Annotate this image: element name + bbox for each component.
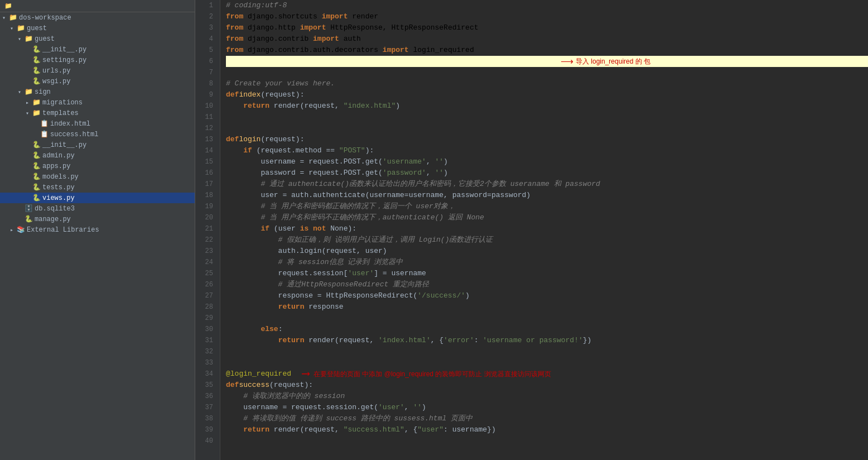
code-line-23: auth.login(request, user) bbox=[226, 246, 868, 257]
tree-item-index-html[interactable]: 📋index.html bbox=[0, 118, 195, 129]
tree-item-label: settings.py bbox=[42, 56, 195, 64]
code-line-27: response = HttpResponseRedirect('/succes… bbox=[226, 290, 868, 301]
tree-item-label: templates bbox=[42, 109, 195, 117]
code-line-20: # 当 用户名和密码不正确的情况下，authenticate() 返回 None bbox=[226, 212, 868, 223]
tree-item-wsgi-py[interactable]: 🐍wsgi.py bbox=[0, 76, 195, 87]
tree-item-init-py[interactable]: 🐍__init__.py bbox=[0, 44, 195, 55]
tree-item-success-html[interactable]: 📋success.html bbox=[0, 129, 195, 140]
tree-item-apps-py[interactable]: 🐍apps.py bbox=[0, 161, 195, 171]
line6-annotation: ⟶导入 login_required 的 包 bbox=[561, 56, 650, 67]
file-icon: 🐍 bbox=[31, 77, 41, 85]
code-line-7 bbox=[226, 67, 868, 78]
code-line-31: return render(request, 'index.html', {'e… bbox=[226, 335, 868, 346]
tree-item-label: models.py bbox=[42, 173, 195, 181]
line-number-22: 22 bbox=[200, 234, 215, 246]
code-line-39: return render(request, "success.html", {… bbox=[226, 424, 868, 435]
file-icon: 🐍 bbox=[31, 151, 41, 160]
code-line-12 bbox=[226, 123, 868, 134]
comment: # 将读取到的值 传递到 success 路径中的 sussess.html 页… bbox=[226, 413, 472, 424]
tree-item-views-py[interactable]: 🐍views.py bbox=[0, 193, 195, 203]
tree-item-label: sign bbox=[35, 88, 195, 96]
tree-item-settings-py[interactable]: 🐍settings.py bbox=[0, 55, 195, 65]
code-line-3: from django.http import HttpResponse, Ht… bbox=[226, 22, 868, 33]
file-icon: 🐍 bbox=[23, 215, 33, 223]
tree-item-sign-init-py[interactable]: 🐍__init__.py bbox=[0, 140, 195, 150]
tree-item-admin-py[interactable]: 🐍admin.py bbox=[0, 150, 195, 161]
line-number-13: 13 bbox=[200, 134, 215, 145]
tree-item-models-py[interactable]: 🐍models.py bbox=[0, 171, 195, 182]
comment: # 当 用户名和密码都正确的情况下，返回一个 user对象， bbox=[226, 201, 455, 212]
tree-item-sign-folder[interactable]: ▾📁sign bbox=[0, 87, 195, 97]
tree-item-manage-py[interactable]: 🐍manage.py bbox=[0, 214, 195, 224]
tree-item-label: __init__.py bbox=[42, 141, 195, 149]
tree-item-label: guest bbox=[27, 25, 195, 32]
line-number-8: 8 bbox=[200, 78, 215, 89]
file-icon: 🐍 bbox=[31, 141, 41, 149]
line-numbers: 1234567891011121314151617181920212223242… bbox=[195, 0, 220, 460]
file-icon: 🐍 bbox=[31, 45, 41, 54]
line-number-1: 1 bbox=[200, 0, 215, 11]
line6-annotation-text: 导入 login_required 的 包 bbox=[576, 56, 650, 67]
comment: # 当 用户名和密码不正确的情况下，authenticate() 返回 None bbox=[226, 212, 484, 223]
file-icon: 🐍 bbox=[31, 162, 41, 170]
tree-item-migrations-folder[interactable]: ▸📁migrations bbox=[0, 97, 195, 108]
tree-item-label: guest bbox=[35, 35, 195, 43]
code-line-30: else: bbox=[226, 324, 868, 335]
tree-item-label: wsgi.py bbox=[42, 78, 195, 85]
tree-item-db-sqlite3[interactable]: 🗄️db.sqlite3 bbox=[0, 203, 195, 214]
code-line-22: # 假如正确，则 说明用户认证通过，调用 Login()函数进行认证 bbox=[226, 234, 868, 246]
line-number-33: 33 bbox=[200, 357, 215, 368]
tree-item-external-libraries[interactable]: ▸📚External Libraries bbox=[0, 224, 195, 235]
folder-icon: 📁 bbox=[8, 13, 18, 22]
tree-item-label: urls.py bbox=[42, 67, 195, 75]
code-line-9: def index(request): bbox=[226, 89, 868, 100]
line-number-32: 32 bbox=[200, 346, 215, 357]
folder-icon: 📚 bbox=[16, 226, 26, 234]
comment: # 将 session信息 记录到 浏览器中 bbox=[226, 257, 403, 268]
line-number-28: 28 bbox=[200, 301, 215, 313]
line-number-31: 31 bbox=[200, 335, 215, 346]
folder-icon: 📁 bbox=[23, 35, 33, 43]
code-line-40 bbox=[226, 435, 868, 447]
code-line-38: # 将读取到的值 传递到 success 路径中的 sussess.html 页… bbox=[226, 413, 868, 424]
tree-item-guest-folder[interactable]: ▾📁guest bbox=[0, 23, 195, 33]
comment: # coding:utf-8 bbox=[226, 0, 287, 11]
line-number-39: 39 bbox=[200, 424, 215, 435]
tree-item-label: manage.py bbox=[35, 215, 195, 223]
tree-item-guest-subfolder[interactable]: ▾📁guest bbox=[0, 33, 195, 44]
tree-item-urls-py[interactable]: 🐍urls.py bbox=[0, 65, 195, 76]
code-line-17: # 通过 authenticate()函数来认证给出的用户名和密码，它接受2个参… bbox=[226, 179, 868, 190]
code-line-6: ⟶导入 login_required 的 包 bbox=[226, 56, 868, 67]
code-line-34: @login_required⟶在要登陆的页面 中添加 @login_requi… bbox=[226, 368, 868, 380]
line-number-16: 16 bbox=[200, 167, 215, 179]
code-lines: # coding:utf-8from django.shortcuts impo… bbox=[220, 0, 868, 460]
code-line-21: if (user is not None): bbox=[226, 223, 868, 234]
file-icon: 🐍 bbox=[31, 56, 41, 64]
code-line-25: request.session['user'] = username bbox=[226, 268, 868, 279]
folder-icon: 📁 bbox=[31, 109, 41, 117]
code-line-8: # Create your views here. bbox=[226, 78, 868, 89]
file-tree-sidebar: 📁 ▾📁dos-workspace▾📁guest▾📁guest 🐍__init_… bbox=[0, 0, 195, 460]
code-editor: 1234567891011121314151617181920212223242… bbox=[195, 0, 868, 460]
line-number-18: 18 bbox=[200, 190, 215, 201]
line-number-36: 36 bbox=[200, 391, 215, 402]
line-number-12: 12 bbox=[200, 123, 215, 134]
line-number-3: 3 bbox=[200, 22, 215, 33]
tree-item-label: apps.py bbox=[42, 162, 195, 170]
tree-arrow: ▸ bbox=[8, 227, 16, 233]
line34-annotation-text: 在要登陆的页面 中添加 @login_required 的装饰即可防止 浏览器直… bbox=[314, 368, 551, 380]
tree-item-label: index.html bbox=[50, 120, 195, 128]
code-line-10: return render(request, "index.html") bbox=[226, 100, 868, 112]
arrow-icon: ⟶ bbox=[561, 56, 573, 67]
tree-item-dos-workspace[interactable]: ▾📁dos-workspace bbox=[0, 12, 195, 23]
tree-item-label: views.py bbox=[42, 194, 195, 202]
tree-arrow: ▾ bbox=[8, 25, 16, 32]
tree-container: ▾📁dos-workspace▾📁guest▾📁guest 🐍__init__.… bbox=[0, 12, 195, 235]
tree-item-tests-py[interactable]: 🐍tests.py bbox=[0, 182, 195, 193]
line-number-34: 34 bbox=[200, 368, 215, 380]
comment: # 假如正确，则 说明用户认证通过，调用 Login()函数进行认证 bbox=[226, 234, 493, 246]
code-line-5: from django.contrib.auth.decorators impo… bbox=[226, 45, 868, 56]
code-line-19: # 当 用户名和密码都正确的情况下，返回一个 user对象， bbox=[226, 201, 868, 212]
tree-item-templates-folder[interactable]: ▾📁templates bbox=[0, 108, 195, 118]
line-number-21: 21 bbox=[200, 223, 215, 234]
